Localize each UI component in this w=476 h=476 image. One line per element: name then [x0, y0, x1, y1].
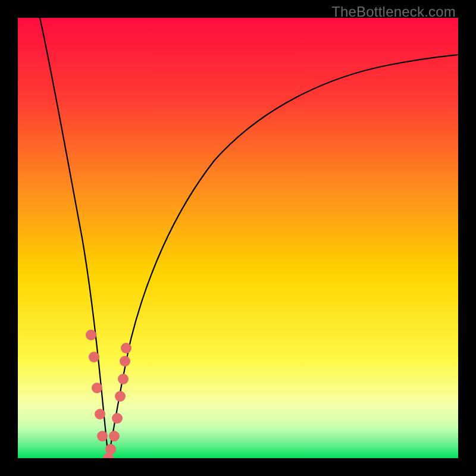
- sample-dot: [120, 356, 130, 367]
- bottleneck-curve: [40, 18, 458, 458]
- sample-dot: [105, 444, 116, 455]
- sample-dot: [89, 352, 99, 362]
- sample-dot: [92, 383, 102, 393]
- sample-dot: [112, 413, 123, 424]
- sample-dot: [118, 374, 129, 384]
- sample-dot: [97, 431, 108, 441]
- sample-dot: [121, 343, 131, 353]
- sample-points: [86, 330, 131, 458]
- chart-frame: TheBottleneck.com: [0, 0, 476, 476]
- sample-dot: [95, 409, 105, 419]
- watermark-text: TheBottleneck.com: [331, 4, 456, 20]
- curve-right-branch: [108, 55, 458, 458]
- sample-dot: [86, 330, 96, 340]
- sample-dot: [115, 391, 126, 402]
- plot-area: [18, 18, 458, 458]
- curve-layer: [18, 18, 458, 458]
- sample-dot: [109, 431, 120, 441]
